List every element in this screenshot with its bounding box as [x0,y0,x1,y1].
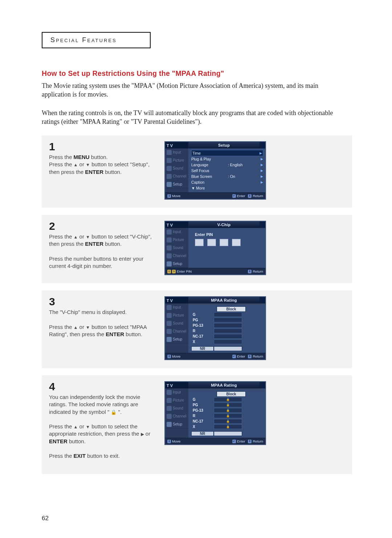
step-number: 3 [49,296,154,307]
menu-title: Setup [188,142,260,148]
down-arrow-icon: ▼ [86,162,90,167]
tv-help-bar: ⇕Move ↵Enter ⅡReturn [165,353,265,359]
text: Press the [49,154,74,160]
step-number: 4 [49,381,154,392]
text: Press the [49,453,74,459]
text: or [144,431,151,437]
step-2: 2 Press the ▲ or ▼ button to select "V-C… [42,215,352,283]
tv-badge: T V [165,142,188,148]
pin-boxes [195,239,263,246]
step-1-text: 1 Press the MENU button. Press the ▲ or … [49,141,154,176]
text: Press the [49,324,74,330]
up-arrow-icon: ▲ [74,325,78,330]
text: Press the [49,423,74,429]
section-header: Special Features [42,32,151,48]
up-arrow-icon: ▲ [74,424,78,429]
enter-label: ENTER [85,169,103,175]
menu-title: MPAA Rating [188,297,260,303]
text: button to exit. [86,453,120,459]
tv-menu: Time▶ Plug & Play▶ Language: English▶ Se… [188,148,265,192]
text: You can independently lock the movie rat… [49,394,140,415]
intro-paragraph-1: The Movie rating system uses the "MPAA" … [42,81,339,99]
text: or [78,423,86,429]
enter-label: ENTER [49,438,68,444]
menu-title: V-Chip [188,221,260,228]
tv-screenshot-mpaa: T V MPAA Rating Input Picture Sound Chan… [164,296,266,360]
tv-sidebar: Input Picture Sound Channel Setup [165,303,188,353]
tv-help-bar: ⇕Move ↵Enter ⅡReturn [165,192,265,199]
tv-sidebar: Input Picture Sound Channel Setup [165,148,188,192]
tv-help-bar: ⇕Move ↵Enter ⅡReturn [165,438,265,444]
step-4: 4 You can independently lock the movie r… [42,375,352,474]
text: button. [103,169,122,175]
tv-sidebar: Input Picture Sound Channel Setup [165,388,188,438]
pin-entry: Enter PIN [188,228,265,268]
pin-digit [232,239,241,246]
enter-pin-label: Enter PIN [191,232,263,237]
tv-screenshot-setup: T V Setup Input Picture Sound Channel Se… [164,141,266,200]
enter-label: ENTER [106,331,124,337]
text: button. [103,241,122,247]
pin-digit [207,239,216,246]
down-arrow-icon: ▼ [86,235,90,240]
text: or [78,324,86,330]
down-arrow-icon: ▼ [86,325,90,330]
step-3-text: 3 The "V-Chip" menu is displayed. Press … [49,296,154,338]
enter-label: ENTER [85,241,103,247]
up-arrow-icon: ▲ [74,162,78,167]
text: The "V-Chip" menu is displayed. [49,309,127,315]
text: button. [68,438,86,444]
tv-screenshot-vchip-pin: T V V-Chip Input Picture Sound Channel S… [164,221,266,275]
pin-digit [220,239,228,246]
tv-badge: T V [165,382,188,388]
tv-badge: T V [165,221,188,228]
text: or [78,161,86,167]
mpaa-table: Block G PG PG-13 R NC-17 X NR [188,305,265,353]
step-1: 1 Press the MENU button. Press the ▲ or … [42,135,352,208]
step-2-text: 2 Press the ▲ or ▼ button to select "V-C… [49,221,154,270]
text: Press the [49,233,74,240]
tv-sidebar: Input Picture Sound Channel Setup [165,228,188,268]
text: ". [117,409,122,415]
manual-page: Special Features How to Set up Restricti… [0,0,392,538]
step-4-text: 4 You can independently lock the movie r… [49,381,154,460]
block-header: Block [217,391,246,397]
tv-screenshot-mpaa-locked: T V MPAA Rating Input Picture Sound Chan… [164,381,266,445]
lock-icon: 🔒 [111,409,117,415]
text: Press the [49,161,74,167]
step-number: 1 [49,141,154,152]
down-arrow-icon: ▼ [86,424,90,429]
text: Press the number buttons to enter your c… [49,256,143,269]
tv-badge: T V [165,297,188,303]
page-title: How to Set up Restrictions Using the "MP… [42,69,352,78]
exit-label: EXIT [74,453,86,459]
menu-title: MPAA Rating [188,382,260,388]
intro-paragraph-2: When the rating controls is on, the TV w… [42,109,339,126]
block-header: Block [217,306,246,312]
mpaa-table-locked: Block G PG PG-13 R NC-17 X NR [188,390,265,438]
step-3: 3 The "V-Chip" menu is displayed. Press … [42,290,352,368]
page-number: 62 [42,515,49,522]
step-number: 2 [49,221,154,232]
text: or [78,233,86,240]
tv-help-bar: 09Enter PIN ⅡReturn [165,268,265,274]
pin-digit [195,239,204,246]
text: button. [90,154,108,160]
right-arrow-icon: ▶ [141,432,144,437]
menu-label: MENU [74,154,90,160]
up-arrow-icon: ▲ [74,235,78,240]
text: button. [124,331,142,337]
